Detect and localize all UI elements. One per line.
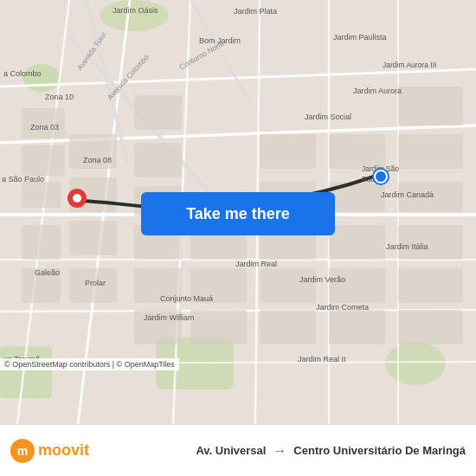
svg-rect-26 — [134, 95, 182, 130]
svg-rect-23 — [22, 182, 61, 208]
svg-text:Conjunto Mauá: Conjunto Mauá — [160, 294, 213, 303]
svg-text:Jardim Paulista: Jardim Paulista — [333, 33, 387, 42]
svg-text:a Colombo: a Colombo — [3, 69, 42, 78]
svg-text:a São Paulo: a São Paulo — [2, 175, 44, 183]
svg-rect-48 — [329, 310, 385, 344]
route-info: Av. Universal → Centro Universitário De … — [196, 443, 466, 459]
svg-text:Jardim Oásis: Jardim Oásis — [113, 6, 158, 15]
route-origin: Av. Universal — [196, 444, 266, 457]
svg-text:Jardim Social: Jardim Social — [305, 113, 351, 121]
svg-text:Jardim Canadá: Jardim Canadá — [381, 190, 434, 199]
svg-rect-47 — [329, 268, 385, 303]
svg-text:Prolar: Prolar — [85, 279, 106, 287]
svg-rect-38 — [190, 310, 247, 344]
svg-text:Galeão: Galeão — [35, 268, 60, 277]
svg-rect-54 — [398, 310, 463, 344]
svg-rect-31 — [134, 143, 182, 177]
svg-rect-50 — [398, 134, 463, 169]
svg-text:Zona 10: Zona 10 — [45, 93, 74, 101]
svg-rect-44 — [329, 134, 385, 169]
svg-text:Jardim Real: Jardim Real — [235, 260, 277, 268]
svg-text:Zona 03: Zona 03 — [30, 123, 59, 132]
svg-rect-39 — [260, 134, 316, 169]
map-container: Jardim Oásis Jardim Plata Jardim Paulist… — [0, 0, 476, 424]
bottom-bar: m moovit Av. Universal → Centro Universi… — [0, 424, 476, 476]
svg-text:Jardim Itália: Jardim Itália — [386, 242, 428, 251]
svg-text:Jardim William: Jardim William — [144, 313, 195, 322]
svg-point-5 — [385, 342, 446, 385]
svg-rect-43 — [260, 310, 316, 344]
svg-point-85 — [73, 194, 81, 203]
svg-text:Zona 08: Zona 08 — [83, 156, 112, 164]
svg-text:Jardim Verão: Jardim Verão — [299, 275, 345, 284]
svg-rect-49 — [398, 87, 463, 125]
svg-point-2 — [23, 64, 61, 92]
svg-text:Jardim Cometa: Jardim Cometa — [316, 303, 369, 312]
svg-rect-22 — [22, 145, 65, 176]
svg-rect-42 — [260, 268, 316, 303]
svg-rect-53 — [398, 268, 463, 303]
svg-text:Jardim Aurora: Jardim Aurora — [353, 87, 402, 95]
moovit-logo: m moovit — [10, 439, 89, 463]
svg-text:Jardim Aurora III: Jardim Aurora III — [383, 61, 436, 69]
take-me-there-button[interactable]: Take me there — [141, 192, 335, 235]
bottom-left-section: m moovit — [10, 439, 89, 463]
moovit-icon: m — [10, 439, 35, 463]
svg-rect-28 — [22, 225, 61, 260]
svg-rect-27 — [69, 221, 117, 255]
moovit-app-name: moovit — [38, 441, 89, 460]
origin-marker — [68, 189, 87, 213]
svg-text:Jardim Real II: Jardim Real II — [298, 355, 346, 363]
route-arrow-icon: → — [273, 443, 286, 459]
svg-text:Jardim Plata: Jardim Plata — [234, 7, 277, 16]
map-attribution: © OpenStreetMap contributors | © OpenMap… — [0, 358, 179, 370]
destination-marker — [374, 170, 388, 183]
svg-point-1 — [100, 0, 169, 31]
route-destination: Centro Universitário De Maringá — [293, 444, 466, 457]
svg-rect-46 — [329, 225, 385, 260]
